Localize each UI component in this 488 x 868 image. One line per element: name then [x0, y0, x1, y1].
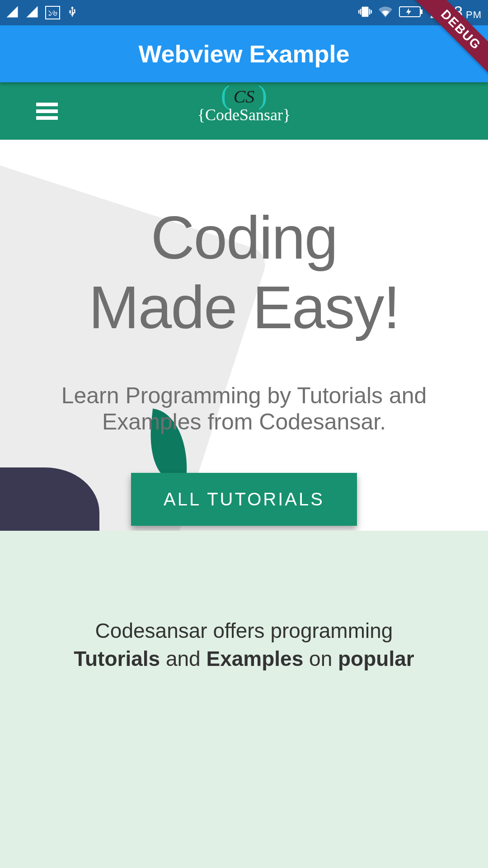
wifi-icon [377, 5, 394, 20]
logo-wordmark: {CodeSansar} [197, 105, 291, 124]
site-logo[interactable]: CS {CodeSansar} [197, 86, 291, 124]
intro-bold-tutorials: Tutorials [74, 647, 160, 670]
intro-text: on [303, 647, 338, 670]
app-bar: Webview Example [0, 25, 488, 82]
signal-sim1-icon [5, 5, 19, 20]
carrier-badge-icon: ১৬ [45, 6, 60, 19]
hero-section: Coding Made Easy! Learn Programming by T… [0, 140, 488, 531]
intro-section: Codesansar offers programming Tutorials … [0, 531, 488, 868]
intro-line1: Codesansar offers programming [95, 619, 393, 642]
status-ampm: PM [466, 9, 482, 20]
site-header: CS {CodeSansar} [0, 82, 488, 140]
menu-button[interactable] [36, 103, 59, 120]
hero-heading-line1: Coding [151, 204, 338, 271]
usb-icon [66, 4, 78, 21]
battery-charging-icon [399, 5, 424, 20]
intro-paragraph: Codesansar offers programming Tutorials … [0, 617, 488, 673]
app-bar-title: Webview Example [138, 40, 349, 68]
signal-sim2-icon [25, 5, 39, 20]
hamburger-bar-icon [36, 116, 58, 120]
hamburger-bar-icon [36, 109, 58, 113]
logo-monogram: CS [234, 86, 255, 107]
hero-heading: Coding Made Easy! [0, 140, 488, 342]
intro-text: and [160, 647, 206, 670]
status-left-group: ১৬ [5, 4, 78, 21]
hamburger-bar-icon [36, 103, 58, 106]
all-tutorials-button[interactable]: ALL TUTORIALS [131, 473, 357, 526]
android-status-bar: ১৬ 2:18PM [0, 0, 488, 25]
intro-bold-examples: Examples [206, 647, 303, 670]
svg-rect-1 [421, 9, 422, 14]
intro-bold-popular: popular [338, 647, 414, 670]
vibrate-icon [358, 5, 372, 20]
hero-subheading: Learn Programming by Tutorials and Examp… [0, 383, 488, 435]
hero-heading-line2: Made Easy! [89, 274, 399, 341]
